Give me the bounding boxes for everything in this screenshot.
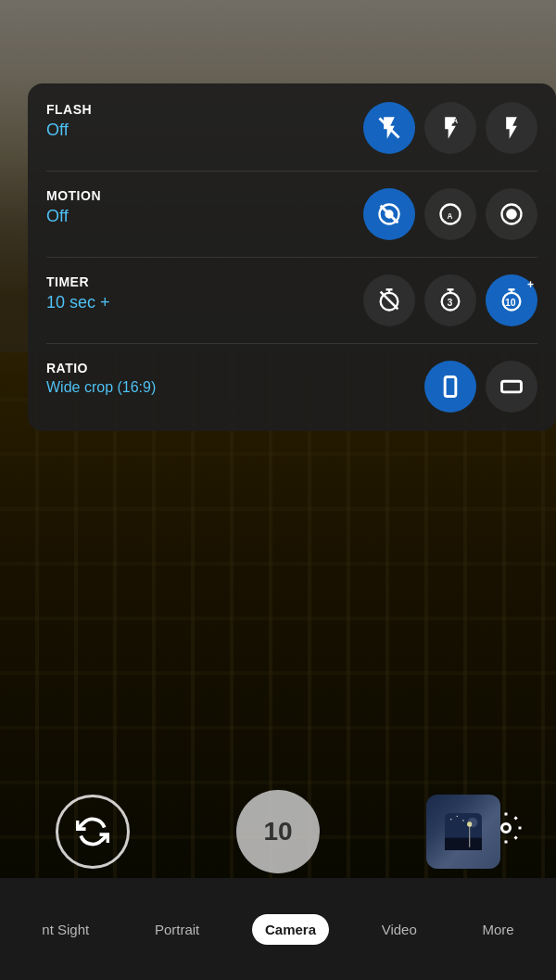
svg-text:3: 3 [448, 297, 453, 308]
motion-label-group: MOTION Off [46, 188, 101, 226]
svg-rect-26 [445, 838, 482, 850]
svg-point-8 [507, 210, 515, 218]
mode-camera[interactable]: Camera [252, 914, 329, 945]
timer-10-button[interactable]: + 10 [486, 274, 537, 326]
timer-label: TIMER [46, 274, 110, 289]
timer-off-button[interactable] [363, 274, 415, 326]
timer-value: 10 sec [46, 293, 110, 312]
motion-on-button[interactable] [486, 188, 537, 240]
ratio-label-group: RATIO Wide crop (16:9) [46, 361, 156, 396]
flash-on-button[interactable] [486, 102, 537, 154]
ratio-value: Wide crop (16:9) [46, 379, 156, 396]
svg-point-30 [457, 816, 458, 817]
flash-auto-button[interactable]: A [424, 102, 476, 154]
mode-more[interactable]: More [469, 914, 526, 945]
mode-video[interactable]: Video [369, 914, 430, 945]
timer-3-button[interactable]: 3 [424, 274, 476, 326]
ratio-row: RATIO Wide crop (16:9) [46, 361, 537, 413]
motion-off-button[interactable] [363, 188, 415, 240]
mode-more-label: More [482, 922, 513, 937]
flash-label: FLASH [46, 102, 92, 117]
svg-point-29 [450, 819, 451, 820]
svg-text:10: 10 [505, 297, 516, 308]
svg-point-31 [462, 820, 463, 821]
gallery-button[interactable] [426, 795, 500, 869]
svg-point-28 [467, 821, 472, 826]
flash-row: FLASH Off A [46, 102, 537, 172]
ratio-portrait-button[interactable] [424, 361, 476, 413]
flip-camera-button[interactable] [56, 795, 130, 869]
mode-portrait[interactable]: Portrait [142, 914, 212, 945]
mode-video-label: Video [382, 922, 417, 937]
timer-label-group: TIMER 10 sec [46, 274, 110, 312]
svg-rect-22 [502, 381, 522, 392]
motion-value: Off [46, 207, 101, 226]
mode-bar: nt Sight Portrait Camera Video More [0, 878, 556, 980]
motion-auto-button[interactable]: A [424, 188, 476, 240]
timer-row: TIMER 10 sec 3 [46, 274, 537, 344]
mode-night-sight[interactable]: nt Sight [29, 914, 102, 945]
camera-controls: 10 [0, 790, 556, 873]
flash-buttons: A [363, 102, 537, 154]
flash-off-button[interactable] [363, 102, 415, 154]
ratio-landscape-button[interactable] [486, 361, 537, 413]
svg-text:A: A [452, 117, 458, 125]
svg-rect-21 [445, 377, 456, 397]
mode-portrait-label: Portrait [155, 922, 199, 937]
mode-camera-label: Camera [265, 922, 316, 937]
ratio-label: RATIO [46, 361, 156, 375]
shutter-button[interactable]: 10 [236, 790, 320, 873]
flash-value: Off [46, 121, 92, 140]
svg-text:A: A [448, 212, 453, 221]
flash-label-group: FLASH Off [46, 102, 92, 140]
motion-buttons: A [363, 188, 537, 240]
timer-buttons: 3 + 10 [363, 274, 537, 326]
mode-night-sight-label: nt Sight [42, 922, 89, 937]
shutter-timer-display: 10 [263, 817, 292, 846]
settings-panel: FLASH Off A [28, 83, 556, 431]
timer-plus-badge: + [527, 278, 534, 291]
motion-label: MOTION [46, 188, 101, 203]
svg-point-4 [386, 211, 393, 218]
ratio-buttons [424, 361, 537, 413]
motion-row: MOTION Off A [46, 188, 537, 258]
